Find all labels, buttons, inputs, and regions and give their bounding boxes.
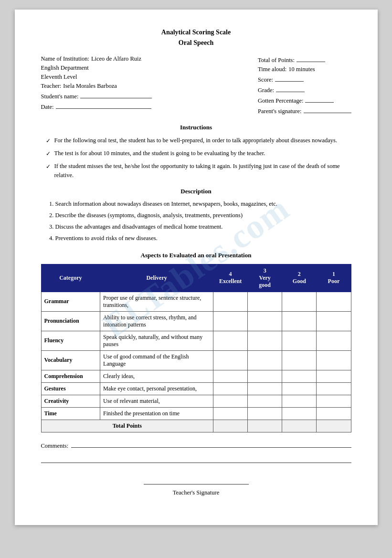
- score-cell[interactable]: [213, 370, 248, 382]
- student-line: Student's name:: [41, 92, 152, 100]
- score-cell[interactable]: [317, 311, 351, 331]
- gotten-percentage-line: Gotten Percentage:: [258, 96, 351, 105]
- score-cell[interactable]: [282, 370, 317, 382]
- table-row: GrammarProper use of grammar, sentence s…: [41, 292, 351, 311]
- table-row: PronunciationAbility to use correct stre…: [41, 311, 351, 331]
- score-cell[interactable]: [213, 292, 248, 311]
- total-score-cell[interactable]: [213, 420, 248, 432]
- score-cell[interactable]: [248, 292, 282, 311]
- comments-label: Comments:: [41, 442, 69, 450]
- institution-label: Name of Institution:: [41, 55, 89, 63]
- category-cell: Grammar: [41, 292, 100, 311]
- score-cell[interactable]: [282, 395, 317, 407]
- category-cell: Fluency: [41, 331, 100, 350]
- description-item-3: Discuss the advantages and disadvantages…: [55, 222, 351, 232]
- department-line: English Department: [41, 64, 152, 72]
- header-score4: 4 Excellent: [213, 264, 248, 292]
- score-cell[interactable]: [213, 311, 248, 331]
- total-points-field[interactable]: [297, 55, 325, 62]
- page: ELTables.com Analytical Scoring Scale Or…: [15, 10, 378, 525]
- delivery-cell: Use of relevant material,: [100, 395, 213, 407]
- table-row: FluencySpeak quickly, naturally, and wit…: [41, 331, 351, 350]
- score-cell[interactable]: [317, 382, 351, 395]
- score-cell[interactable]: [317, 350, 351, 370]
- score-cell[interactable]: [317, 407, 351, 420]
- score-cell[interactable]: [248, 331, 282, 350]
- total-points-line: Total of Points:: [258, 55, 351, 64]
- comments-section: Comments:: [41, 441, 351, 463]
- header-category: Category: [41, 264, 100, 292]
- delivery-cell: Speak quickly, naturally, and without ma…: [100, 331, 213, 350]
- score-cell[interactable]: [282, 350, 317, 370]
- score-cell[interactable]: [248, 311, 282, 331]
- sub-title: Oral Speech: [41, 39, 351, 47]
- date-line: Date:: [41, 102, 152, 111]
- institution-value: Liceo de Alfaro Ruiz: [91, 55, 141, 63]
- header-delivery: Delivery: [100, 264, 213, 292]
- parents-signature-line: Parent's signature:: [258, 106, 351, 115]
- delivery-cell: Ability to use correct stress, rhythm, a…: [100, 311, 213, 331]
- score-field[interactable]: [275, 75, 304, 82]
- category-cell: Pronunciation: [41, 311, 100, 331]
- table-row: VocabularyUse of good command of the Eng…: [41, 350, 351, 370]
- level-line: Eleventh Level: [41, 74, 152, 81]
- total-label: Total Points: [41, 420, 213, 432]
- scoring-table: Category Delivery 4 Excellent 3Verygood …: [41, 264, 351, 432]
- grade-field[interactable]: [276, 85, 305, 92]
- student-name-field[interactable]: [80, 92, 152, 98]
- department-value: English Department: [41, 64, 89, 72]
- score-line: Score:: [258, 75, 351, 84]
- student-label: Student's name:: [41, 93, 79, 100]
- teacher-value: Isela Morales Barboza: [63, 83, 117, 90]
- total-score-cell[interactable]: [317, 420, 351, 432]
- score-cell[interactable]: [213, 395, 248, 407]
- delivery-cell: Finished the presentation on time: [100, 407, 213, 420]
- parents-signature-label: Parent's signature:: [258, 108, 301, 115]
- teacher-line: Teacher: Isela Morales Barboza: [41, 83, 152, 90]
- aspects-title: Aspects to Evaluated an oral Presentatio…: [41, 252, 351, 259]
- parents-signature-field[interactable]: [304, 106, 351, 113]
- score-cell[interactable]: [248, 382, 282, 395]
- signature-line: [144, 484, 249, 484]
- info-right: Total of Points: Time aloud: 10 minutes …: [258, 55, 351, 115]
- header-score3: 3Verygood: [248, 264, 282, 292]
- table-row: CreativityUse of relevant material,: [41, 395, 351, 407]
- grade-line: Grade:: [258, 85, 351, 94]
- info-section: Name of Institution: Liceo de Alfaro Rui…: [41, 55, 351, 115]
- category-cell: Creativity: [41, 395, 100, 407]
- score-cell[interactable]: [317, 292, 351, 311]
- time-aloud-label: Time aloud:: [258, 66, 286, 73]
- score-cell[interactable]: [317, 395, 351, 407]
- score-cell[interactable]: [282, 311, 317, 331]
- instructions-title: Instructions: [41, 124, 351, 131]
- score-cell[interactable]: [282, 331, 317, 350]
- comments-field[interactable]: [71, 441, 351, 448]
- score-cell[interactable]: [213, 350, 248, 370]
- teacher-label: Teacher:: [41, 83, 62, 90]
- total-score-cell[interactable]: [248, 420, 282, 432]
- score-cell[interactable]: [213, 382, 248, 395]
- date-field[interactable]: [56, 102, 151, 109]
- comments-line2[interactable]: [41, 456, 351, 463]
- score-cell[interactable]: [213, 407, 248, 420]
- delivery-cell: Proper use of grammar, sentence structur…: [100, 292, 213, 311]
- category-cell: Gestures: [41, 382, 100, 395]
- score-cell[interactable]: [213, 331, 248, 350]
- teacher-signature-label: Teacher's Signature: [41, 489, 351, 496]
- score-cell[interactable]: [282, 292, 317, 311]
- header-score2: 2 Good: [282, 264, 317, 292]
- score-cell[interactable]: [317, 331, 351, 350]
- instruction-item-1: For the following oral test, the student…: [46, 136, 351, 145]
- score-cell[interactable]: [248, 350, 282, 370]
- score-cell[interactable]: [248, 370, 282, 382]
- score-cell[interactable]: [317, 370, 351, 382]
- total-score-cell[interactable]: [282, 420, 317, 432]
- category-cell: Comprehension: [41, 370, 100, 382]
- score-cell[interactable]: [282, 382, 317, 395]
- score-cell[interactable]: [282, 407, 317, 420]
- delivery-cell: Make eye contact, personal presentation,: [100, 382, 213, 395]
- gotten-percentage-field[interactable]: [305, 96, 334, 103]
- description-item-1: Search information about nowadays diseas…: [55, 199, 351, 209]
- score-cell[interactable]: [248, 407, 282, 420]
- score-cell[interactable]: [248, 395, 282, 407]
